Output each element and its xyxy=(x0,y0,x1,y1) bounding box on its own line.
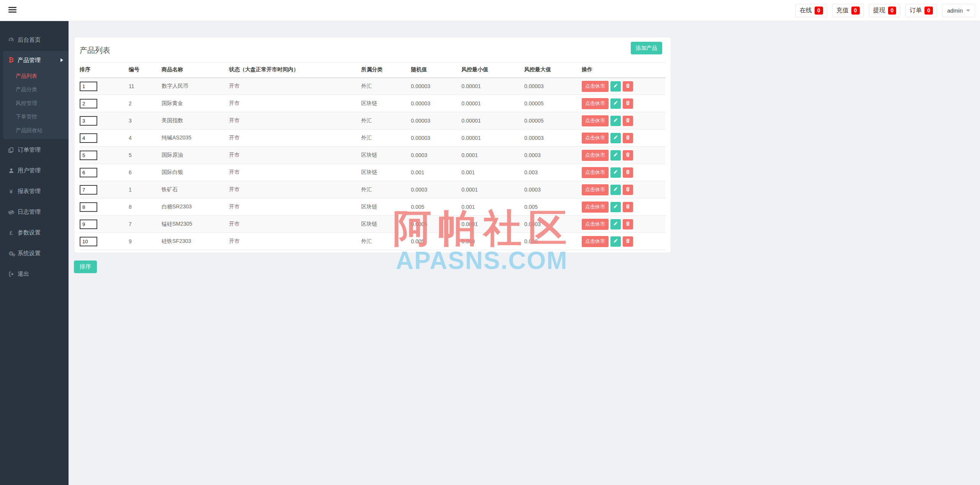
chevron-down-icon xyxy=(966,10,970,11)
sidebar-item-7[interactable]: ⚙⚙系统设置 xyxy=(0,243,69,264)
card-header: 产品列表 添加产品 xyxy=(75,38,671,62)
sidebar-item-3[interactable]: 用户管理 xyxy=(0,161,69,181)
cell-random-value: 0.00003 xyxy=(411,129,461,147)
cell-status: 开市 xyxy=(229,78,361,95)
edit-button[interactable] xyxy=(610,219,621,229)
edit-button[interactable] xyxy=(610,185,621,195)
cell-id: 7 xyxy=(129,216,162,233)
delete-button[interactable] xyxy=(623,98,633,109)
sort-input[interactable] xyxy=(80,185,97,195)
cell-status: 开市 xyxy=(229,181,361,198)
delete-button[interactable] xyxy=(623,236,633,247)
delete-button[interactable] xyxy=(623,150,633,161)
edit-button[interactable] xyxy=(610,81,621,92)
cell-product-name: 数字人民币 xyxy=(162,78,229,95)
close-market-button[interactable]: 点击休市 xyxy=(582,133,609,144)
cell-category: 外汇 xyxy=(361,129,411,147)
sort-input[interactable] xyxy=(80,133,97,143)
cell-random-value: 0.005 xyxy=(411,233,461,250)
sidebar-item-6[interactable]: £参数设置 xyxy=(0,223,69,243)
sidebar-item-label: 系统设置 xyxy=(18,250,41,257)
sort-input[interactable] xyxy=(80,151,97,160)
users-icon xyxy=(8,168,15,174)
sort-input[interactable] xyxy=(80,99,97,108)
delete-button[interactable] xyxy=(623,167,633,178)
cell-status: 开市 xyxy=(229,216,361,233)
edit-button[interactable] xyxy=(610,116,621,126)
close-market-button[interactable]: 点击休市 xyxy=(582,81,609,92)
cell-risk-min: 0.001 xyxy=(461,198,524,216)
logs-tags-icon xyxy=(8,209,15,215)
trash-icon xyxy=(625,118,630,124)
edit-button[interactable] xyxy=(610,167,621,178)
cell-actions: 点击休市 xyxy=(582,95,666,112)
close-market-button[interactable]: 点击休市 xyxy=(582,184,609,195)
nav-stat-0[interactable]: 在线0 xyxy=(795,4,827,17)
delete-button[interactable] xyxy=(623,81,633,92)
close-market-button[interactable]: 点击休市 xyxy=(582,219,609,230)
chevron-right-icon xyxy=(61,58,63,62)
sort-input[interactable] xyxy=(80,82,97,91)
cell-id: 1 xyxy=(129,181,162,198)
add-product-button[interactable]: 添加产品 xyxy=(631,42,662,54)
table-row: 8白糖SR2303开市区块链0.0050.0010.005点击休市 xyxy=(80,198,666,216)
sort-input[interactable] xyxy=(80,202,97,212)
sort-input[interactable] xyxy=(80,168,97,177)
cell-sort xyxy=(80,147,129,164)
close-market-button[interactable]: 点击休市 xyxy=(582,202,609,213)
edit-button[interactable] xyxy=(610,98,621,109)
pencil-icon xyxy=(613,118,618,124)
close-market-button[interactable]: 点击休市 xyxy=(582,150,609,161)
close-market-button[interactable]: 点击休市 xyxy=(582,236,609,247)
column-header: 风控最小值 xyxy=(461,62,524,78)
sidebar-item-4[interactable]: ¥报表管理 xyxy=(0,181,69,202)
delete-button[interactable] xyxy=(623,116,633,126)
delete-button[interactable] xyxy=(623,202,633,212)
pencil-icon xyxy=(613,100,618,107)
close-market-button[interactable]: 点击休市 xyxy=(582,115,609,126)
sort-input[interactable] xyxy=(80,237,97,246)
nav-stat-label: 订单 xyxy=(910,7,922,15)
sidebar-item-2[interactable]: 订单管理 xyxy=(0,140,69,161)
cell-id: 2 xyxy=(129,95,162,112)
top-navbar: 在线0充值0提现0订单0 admin xyxy=(0,0,980,21)
edit-button[interactable] xyxy=(610,202,621,212)
table-row: 4纯碱AS2035开市外汇0.000030.000010.00003点击休市 xyxy=(80,129,666,147)
sidebar-subitem-1-1[interactable]: 产品分类 xyxy=(3,83,69,97)
sort-submit-button[interactable]: 排序 xyxy=(74,261,97,273)
delete-button[interactable] xyxy=(623,219,633,229)
cell-actions: 点击休市 xyxy=(582,181,666,198)
cell-status: 开市 xyxy=(229,112,361,129)
count-badge: 0 xyxy=(888,7,897,15)
delete-button[interactable] xyxy=(623,133,633,143)
sidebar-subitem-1-2[interactable]: 风控管理 xyxy=(3,97,69,110)
sidebar-subitem-1-0[interactable]: 产品列表 xyxy=(3,69,69,83)
cell-sort xyxy=(80,216,129,233)
admin-dropdown[interactable]: admin xyxy=(942,4,975,17)
cell-sort xyxy=(80,164,129,181)
nav-stat-2[interactable]: 提现0 xyxy=(869,4,901,17)
hamburger-menu-icon[interactable] xyxy=(8,7,16,14)
admin-username: admin xyxy=(947,7,963,14)
edit-button[interactable] xyxy=(610,150,621,161)
sidebar-item-0[interactable]: 后台首页 xyxy=(0,29,69,50)
cell-random-value: 0.005 xyxy=(411,198,461,216)
edit-button[interactable] xyxy=(610,236,621,247)
cell-id: 4 xyxy=(129,129,162,147)
nav-stat-3[interactable]: 订单0 xyxy=(905,4,937,17)
sidebar-item-1[interactable]: ₿产品管理 xyxy=(3,51,69,69)
nav-stat-label: 充值 xyxy=(836,7,849,15)
delete-button[interactable] xyxy=(623,185,633,195)
edit-button[interactable] xyxy=(610,133,621,143)
sidebar-item-8[interactable]: 退出 xyxy=(0,264,69,285)
dashboard-icon xyxy=(8,37,15,43)
table-header-row: 排序编号商品名称状态（大盘正常开市时间内）所属分类随机值风控最小值风控最大值操作 xyxy=(80,62,666,78)
sidebar-subitem-1-4[interactable]: 产品回收站 xyxy=(3,124,69,138)
sort-input[interactable] xyxy=(80,116,97,126)
nav-stat-1[interactable]: 充值0 xyxy=(832,4,864,17)
close-market-button[interactable]: 点击休市 xyxy=(582,98,609,109)
sidebar-subitem-1-3[interactable]: 下单管控 xyxy=(3,110,69,124)
sort-input[interactable] xyxy=(80,220,97,229)
close-market-button[interactable]: 点击休市 xyxy=(582,167,609,178)
sidebar-item-5[interactable]: 日志管理 xyxy=(0,202,69,223)
